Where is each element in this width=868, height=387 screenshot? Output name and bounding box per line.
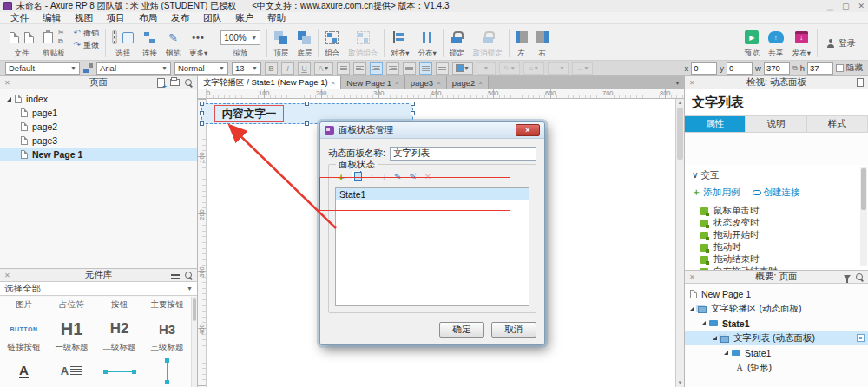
valign-bottom-button[interactable] — [436, 62, 449, 75]
align-button[interactable]: 对齐▾ — [386, 26, 413, 60]
page-tree-item[interactable]: page1 — [0, 106, 197, 120]
library-menu-icon[interactable] — [171, 272, 180, 279]
library-item[interactable]: 按钮 — [95, 297, 143, 313]
expand-icon[interactable] — [690, 306, 694, 311]
font-color-button[interactable]: A▼ — [314, 62, 333, 75]
lock-button[interactable]: 锁定 — [445, 26, 469, 60]
canvas-tab-0[interactable]: 文字轮播区 / State1 (New Page 1)× — [198, 76, 341, 89]
underline-button[interactable]: U — [298, 62, 311, 75]
create-link-link[interactable]: 创建连接 — [753, 187, 800, 199]
library-item[interactable]: H3三级标题 — [143, 313, 191, 356]
resize-handle[interactable] — [411, 102, 415, 106]
font-weight-select[interactable]: Normal▼ — [174, 62, 228, 75]
ok-button[interactable]: 确定 — [439, 322, 484, 338]
redo-button[interactable]: ↷重做 — [74, 40, 99, 51]
event-item[interactable]: 状态改变时 — [692, 217, 861, 229]
connect-button[interactable]: 连接 — [138, 26, 161, 60]
expand-icon[interactable] — [724, 351, 728, 355]
collapse-panel-icon[interactable]: ✕ — [689, 79, 695, 87]
add-page-icon[interactable] — [157, 78, 165, 88]
outline-tree-item[interactable]: 文字列表 (动态面板) — [685, 331, 868, 345]
notes-page-icon[interactable] — [857, 78, 864, 87]
expand-icon[interactable] — [7, 97, 11, 102]
menu-item-5[interactable]: 发布 — [164, 12, 196, 24]
library-scrollbar[interactable] — [191, 297, 197, 387]
search-icon[interactable] — [185, 272, 193, 279]
resize-handle[interactable] — [411, 111, 415, 115]
resize-handle[interactable] — [305, 102, 309, 106]
italic-button[interactable]: I — [281, 62, 294, 75]
pen-button[interactable]: ✎ 钢笔 — [161, 26, 185, 60]
event-item[interactable]: 鼠标单击时 — [692, 205, 861, 217]
canvas-scrollbar[interactable]: ▲ ▼ — [675, 99, 684, 387]
library-item[interactable]: H1一级标题 — [48, 313, 95, 356]
outline-tree-item[interactable]: New Page 1 — [685, 286, 868, 301]
font-family-select[interactable]: Arial▼ — [96, 62, 171, 75]
event-item[interactable]: 拖动开始时 — [692, 229, 861, 241]
library-item[interactable]: 占位符 — [48, 297, 95, 313]
event-item[interactable]: 拖动时 — [692, 241, 861, 253]
cancel-button[interactable]: 取消 — [491, 322, 536, 338]
inspector-scrollbar[interactable] — [860, 167, 867, 266]
preview-button[interactable]: ▶ 预览 — [740, 26, 764, 60]
search-icon[interactable] — [856, 273, 864, 281]
align-right-button[interactable] — [386, 62, 399, 75]
library-item[interactable]: 主要按钮 — [143, 297, 191, 313]
left-panel-toggle[interactable]: 左 — [511, 26, 532, 60]
text-widget[interactable]: 内容文字一 — [214, 105, 284, 122]
valign-top-button[interactable] — [403, 62, 416, 75]
select-mode-button[interactable] — [112, 30, 117, 44]
distribute-button[interactable]: 分布▾ — [413, 26, 440, 60]
edit-all-states-icon[interactable]: ✎⃗ — [409, 172, 416, 181]
outline-tree-item[interactable]: A(矩形) — [685, 360, 868, 375]
select-group[interactable]: 选择 — [108, 26, 138, 60]
design-canvas[interactable]: 内容文字一 面板状态管理 × 动态面板名称: 文字列表 — [207, 99, 675, 387]
menu-item-0[interactable]: 文件 — [3, 12, 36, 24]
copy-icon[interactable]: ⧉ — [58, 37, 64, 46]
tab-说明[interactable]: 说明 — [746, 116, 806, 132]
tab-list-icon[interactable]: ▼ — [674, 80, 681, 86]
resize-handle[interactable] — [200, 111, 204, 115]
paste-icon[interactable] — [43, 32, 53, 43]
minimize-icon[interactable]: ▁ — [827, 2, 833, 10]
library-item[interactable] — [143, 356, 191, 387]
zoom-select[interactable]: 100%▼ — [220, 30, 260, 45]
library-item[interactable]: A — [48, 356, 95, 387]
panel-state-badge-icon[interactable] — [857, 334, 865, 342]
tab-close-icon[interactable]: × — [437, 79, 441, 87]
menu-item-7[interactable]: 账户 — [228, 12, 260, 24]
event-item[interactable]: 向左拖动结束时 — [692, 266, 861, 270]
bullet-list-button[interactable] — [337, 62, 350, 75]
canvas-tab-2[interactable]: page3× — [405, 76, 447, 89]
scroll-up-icon[interactable]: ▲ — [676, 99, 684, 107]
menu-item-6[interactable]: 团队 — [196, 12, 228, 24]
clipboard-group[interactable]: ✂⧉ 剪贴板 — [38, 26, 69, 60]
page-tree-item[interactable]: page2 — [0, 120, 197, 134]
library-item[interactable]: A — [0, 356, 48, 387]
width-input[interactable]: 370 — [764, 62, 790, 75]
close-icon[interactable]: ✕ — [858, 2, 865, 10]
font-size-select[interactable]: 13▼ — [232, 62, 261, 75]
library-item[interactable]: BUTTON链接按钮 — [0, 313, 48, 356]
state-list-item[interactable]: State1 — [336, 188, 529, 200]
library-item[interactable] — [95, 356, 143, 387]
duplicate-state-icon[interactable] — [354, 172, 362, 181]
format-painter-icon[interactable] — [83, 63, 93, 73]
outline-tree-item[interactable]: State1 — [685, 345, 868, 360]
collapse-panel-icon[interactable]: ✕ — [4, 79, 10, 87]
add-folder-icon[interactable] — [170, 79, 180, 86]
file-group[interactable]: 文件 — [5, 26, 38, 60]
resize-handle[interactable] — [305, 121, 309, 126]
canvas-tab-1[interactable]: New Page 1× — [341, 76, 404, 89]
right-panel-toggle[interactable]: 右 — [532, 26, 553, 60]
scroll-down-icon[interactable]: ▼ — [676, 379, 684, 387]
bring-to-front-button[interactable]: 顶层 — [269, 26, 293, 60]
edit-state-icon[interactable]: ✎ — [394, 172, 401, 181]
menu-item-1[interactable]: 编辑 — [36, 12, 68, 24]
menu-item-4[interactable]: 布局 — [132, 12, 164, 24]
menu-item-3[interactable]: 项目 — [100, 12, 132, 24]
page-tree-item[interactable]: page3 — [0, 134, 197, 148]
group-button[interactable]: 组合 — [320, 26, 344, 60]
add-state-icon[interactable]: ＋ — [336, 173, 346, 181]
lasso-select-icon[interactable] — [122, 32, 134, 43]
